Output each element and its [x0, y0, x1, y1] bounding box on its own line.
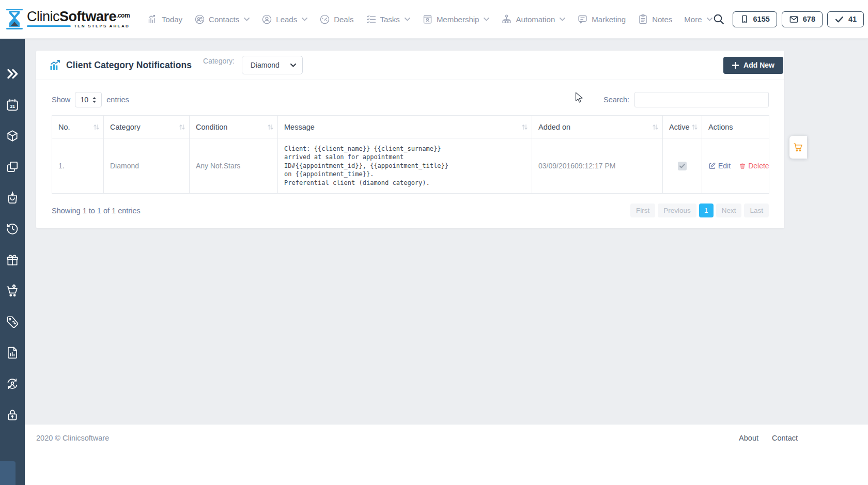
chart-today-icon: [147, 14, 158, 25]
active-checkbox[interactable]: [678, 162, 687, 170]
report-icon: [6, 346, 19, 359]
envelope-icon: [789, 14, 799, 24]
nav-item-today[interactable]: Today: [147, 14, 182, 25]
table-row: 1. Diamond Any Nof.Stars Client: {{clien…: [52, 138, 769, 194]
nav-item-notes[interactable]: Notes: [638, 14, 672, 25]
column-header-category[interactable]: Category: [104, 116, 190, 138]
show-label: Show: [52, 96, 70, 104]
gift-icon: [6, 253, 19, 267]
table-footer: Showing 1 to 1 of 1 entries First Previo…: [36, 194, 784, 227]
sidebar-item-reports[interactable]: [6, 346, 19, 359]
sidebar-item-pricing[interactable]: [6, 315, 19, 328]
pagination: First Previous 1 Next Last: [630, 204, 769, 217]
search-input[interactable]: [634, 92, 769, 107]
calls-counter-button[interactable]: 6155: [733, 11, 777, 27]
user-sync-icon: [6, 377, 19, 390]
sidebar-item-history[interactable]: [6, 222, 19, 236]
footer-link-about[interactable]: About: [739, 434, 758, 485]
page-size-select[interactable]: 10: [75, 92, 102, 107]
plus-icon: [732, 62, 739, 69]
chevron-down-icon: [560, 18, 565, 21]
nav-item-marketing[interactable]: Marketing: [577, 14, 626, 25]
shopping-cart-icon: [793, 142, 803, 152]
sidebar-scroll-indicator[interactable]: [0, 461, 16, 485]
search-label: Search:: [603, 96, 629, 104]
column-header-message[interactable]: Message: [278, 116, 532, 138]
add-new-button[interactable]: Add New: [723, 57, 783, 74]
notes-icon: [638, 14, 648, 25]
calls-count: 6155: [753, 15, 770, 23]
sidebar-item-gifts[interactable]: [6, 253, 19, 267]
logo-tagline: TEN STEPS AHEAD: [74, 24, 130, 28]
cell-message: Client: {{client_name}} {{client_surname…: [278, 138, 532, 194]
sort-icon: [691, 123, 698, 130]
nav-item-tasks[interactable]: Tasks: [366, 14, 410, 25]
footer-link-contact[interactable]: Contact: [772, 434, 798, 485]
sidebar-item-security[interactable]: [6, 408, 19, 421]
column-header-added-on[interactable]: Added on: [532, 116, 663, 138]
pagination-previous-button[interactable]: Previous: [658, 204, 696, 217]
nav-item-deals[interactable]: Deals: [319, 14, 353, 25]
column-header-no[interactable]: No.: [52, 116, 104, 138]
column-header-actions: Actions: [702, 116, 769, 138]
sidebar-item-products[interactable]: [6, 129, 19, 143]
entries-summary: Showing 1 to 1 of 1 entries: [52, 207, 141, 215]
logo-underline: [27, 25, 71, 27]
chevron-down-icon: [302, 18, 307, 21]
navbar-right-tools: 6155 678 41 ?: [712, 9, 868, 29]
messages-counter-button[interactable]: 678: [782, 11, 823, 27]
chevron-down-icon: [707, 18, 712, 21]
cell-active: [663, 138, 702, 194]
copy-icon: [6, 160, 19, 174]
sidebar-item-orders[interactable]: [6, 191, 19, 205]
pagination-last-button[interactable]: Last: [744, 204, 769, 217]
sort-icon: [652, 123, 659, 130]
entries-label: entries: [106, 96, 129, 104]
automation-icon: [501, 14, 512, 25]
message-template-text: Client: {{client_name}} {{client_surname…: [284, 145, 525, 187]
hourglass-logo-icon: [5, 8, 24, 30]
column-header-condition[interactable]: Condition: [190, 116, 278, 138]
search-icon[interactable]: [712, 13, 725, 25]
sidebar-item-calendar[interactable]: 31: [6, 98, 19, 112]
category-select[interactable]: Diamond: [242, 56, 303, 74]
table-header-row: No. Category Condition Message Added on …: [52, 116, 769, 138]
expand-sidebar-button[interactable]: [6, 67, 19, 81]
chevron-down-icon: [244, 18, 250, 21]
top-navbar: ClinicSoftware.com TEN STEPS AHEAD Today…: [0, 0, 868, 39]
pagination-page-1-button[interactable]: 1: [699, 204, 714, 217]
floating-cart-button[interactable]: [789, 136, 807, 159]
sidebar-item-shop[interactable]: [6, 284, 19, 298]
column-header-active[interactable]: Active: [663, 116, 702, 138]
lock-icon: [6, 408, 19, 421]
cell-category: Diamond: [104, 138, 190, 194]
sidebar-item-duplicates[interactable]: [6, 160, 19, 174]
calendar-icon: 31: [6, 98, 19, 112]
bag-download-icon: [6, 191, 19, 205]
membership-icon: [422, 14, 433, 25]
card-header: Client Category Notifications Category: …: [36, 51, 784, 80]
spinner-arrows-icon: [92, 97, 97, 103]
pagination-first-button[interactable]: First: [630, 204, 655, 217]
check-icon: [834, 14, 844, 24]
notifications-table: No. Category Condition Message Added on …: [52, 115, 769, 194]
history-icon: [6, 222, 19, 236]
phone-icon: [740, 14, 749, 24]
category-label: Category:: [203, 57, 235, 65]
delete-button[interactable]: Delete: [739, 162, 769, 170]
nav-item-contacts[interactable]: Contacts: [194, 14, 250, 25]
edit-button[interactable]: Edit: [708, 162, 731, 170]
page-footer: 2020 © Clinicsoftware About Contact: [25, 425, 868, 485]
pagination-next-button[interactable]: Next: [716, 204, 742, 217]
nav-item-membership[interactable]: Membership: [422, 14, 490, 25]
notifications-card: Client Category Notifications Category: …: [36, 51, 784, 228]
sidebar-item-client-sync[interactable]: [6, 377, 19, 390]
category-selected-value: Diamond: [251, 61, 280, 69]
tasks-counter-button[interactable]: 41: [827, 11, 864, 27]
nav-item-more[interactable]: More: [684, 15, 712, 24]
clinicsoftware-logo[interactable]: ClinicSoftware.com TEN STEPS AHEAD: [5, 8, 130, 30]
nav-item-leads[interactable]: Leads: [261, 14, 307, 25]
check-icon: [679, 164, 685, 168]
cell-added-on: 03/09/201609:12:17 PM: [532, 138, 663, 194]
nav-item-automation[interactable]: Automation: [501, 14, 565, 25]
